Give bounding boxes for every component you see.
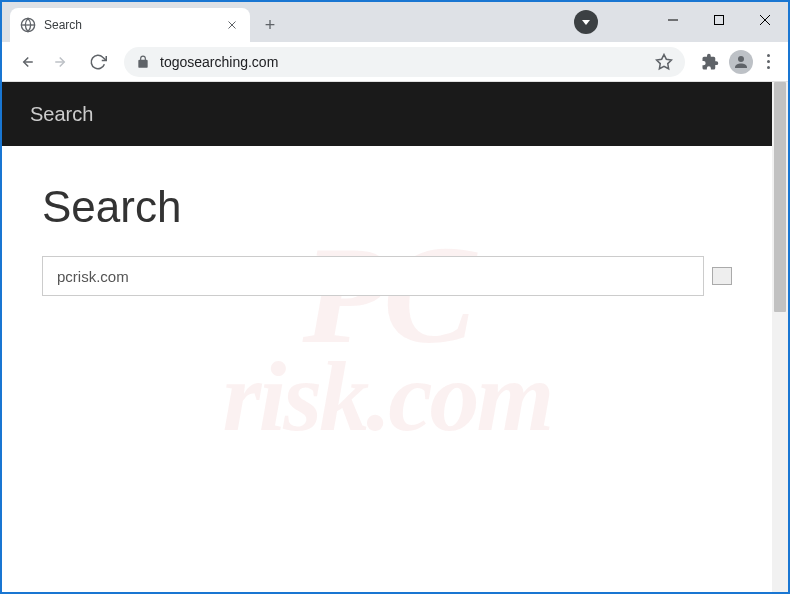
page-heading: Search (42, 182, 732, 232)
window-controls (650, 2, 788, 38)
star-icon[interactable] (655, 53, 673, 71)
search-input[interactable] (42, 256, 704, 296)
scrollbar[interactable] (772, 82, 788, 592)
svg-marker-10 (657, 54, 672, 68)
minimize-button[interactable] (650, 2, 696, 38)
svg-point-11 (738, 56, 744, 62)
forward-button[interactable] (46, 46, 78, 78)
close-icon[interactable] (224, 17, 240, 33)
site-header-title: Search (30, 103, 93, 126)
browser-tab[interactable]: Search (10, 8, 250, 42)
browser-toolbar: togosearching.com (2, 42, 788, 82)
new-tab-button[interactable]: + (256, 11, 284, 39)
page-content: PC risk.com Search Search (2, 82, 772, 592)
lock-icon (136, 55, 150, 69)
maximize-button[interactable] (696, 2, 742, 38)
url-text: togosearching.com (160, 54, 645, 70)
scrollbar-thumb[interactable] (774, 82, 786, 312)
menu-icon[interactable] (763, 50, 774, 73)
site-header: Search (2, 82, 772, 146)
address-bar[interactable]: togosearching.com (124, 47, 685, 77)
search-submit-button[interactable] (712, 267, 732, 285)
tab-search-icon[interactable] (574, 10, 598, 34)
back-button[interactable] (10, 46, 42, 78)
svg-rect-5 (715, 16, 724, 25)
tab-title: Search (44, 18, 216, 32)
reload-button[interactable] (82, 46, 114, 78)
window-close-button[interactable] (742, 2, 788, 38)
profile-avatar[interactable] (729, 50, 753, 74)
extensions-icon[interactable] (701, 53, 719, 71)
globe-icon (20, 17, 36, 33)
